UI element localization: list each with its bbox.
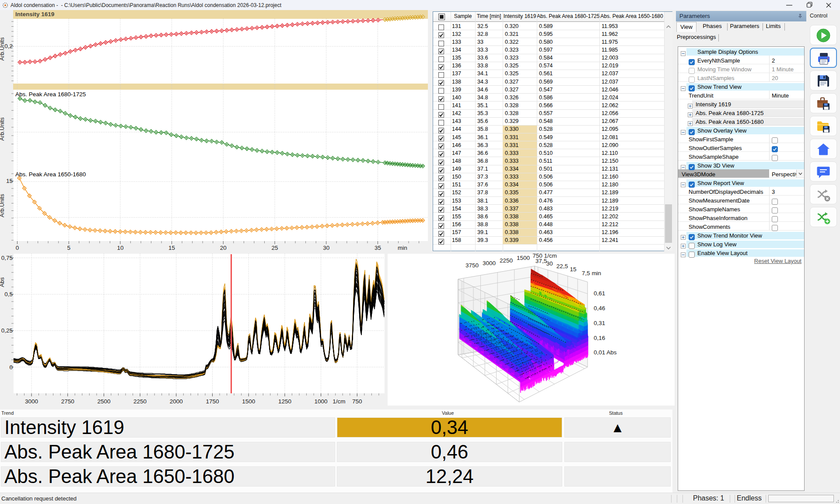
svg-text:750: 750 [352,398,362,405]
svg-text:3000: 3000 [483,260,496,266]
svg-text:2750: 2750 [61,398,74,405]
svg-text:0,25: 0,25 [1,327,13,334]
svg-text:0,46: 0,46 [594,305,605,312]
svg-text:10: 10 [117,245,123,251]
svg-text:min: min [398,245,407,251]
svg-text:0,2: 0,2 [4,43,13,49]
svg-text:2500: 2500 [97,398,110,405]
svg-text:0,5: 0,5 [4,291,13,298]
svg-text:15: 15 [168,245,175,251]
svg-text:1500: 1500 [242,398,255,405]
svg-text:0,01 Abs: 0,01 Abs [594,349,617,356]
svg-text:Abs. Peak Area 1650-1680: Abs. Peak Area 1650-1680 [15,171,86,178]
svg-text:1/cm: 1/cm [332,398,345,405]
svg-text:15: 15 [570,266,576,273]
svg-text:1750: 1750 [206,398,219,405]
svg-text:Arb.Units: Arb.Units [0,117,5,141]
svg-text:Arb.Units: Arb.Units [0,194,5,217]
svg-text:35: 35 [374,245,381,251]
svg-text:1500: 1500 [517,255,530,261]
svg-text:3750: 3750 [466,262,479,269]
svg-text:20: 20 [220,245,227,251]
svg-text:1000: 1000 [315,398,328,405]
svg-text:0,75: 0,75 [1,255,13,261]
svg-text:0,61: 0,61 [594,290,605,297]
svg-text:0: 0 [16,245,19,251]
svg-text:0,31: 0,31 [594,320,605,326]
svg-text:1250: 1250 [278,398,291,405]
svg-text:2000: 2000 [170,398,183,405]
svg-text:0,16: 0,16 [594,335,605,341]
svg-text:Abs. Peak Area 1680-1725: Abs. Peak Area 1680-1725 [15,91,86,98]
svg-text:7,5 min: 7,5 min [582,270,601,276]
svg-text:2250: 2250 [133,398,147,405]
svg-text:Intensity 1619: Intensity 1619 [15,11,54,18]
svg-text:Arb.Units: Arb.Units [0,37,5,61]
svg-text:5: 5 [67,245,70,251]
svg-text:22,5: 22,5 [556,263,568,270]
svg-text:15: 15 [6,178,13,184]
svg-text:30: 30 [323,245,329,251]
svg-text:Abs: Abs [0,277,5,287]
svg-text:37,5: 37,5 [536,258,547,264]
svg-text:25: 25 [271,245,278,251]
svg-text:30: 30 [546,260,553,267]
svg-text:2250: 2250 [500,257,513,264]
svg-text:0: 0 [9,364,13,371]
svg-text:3000: 3000 [25,398,38,405]
